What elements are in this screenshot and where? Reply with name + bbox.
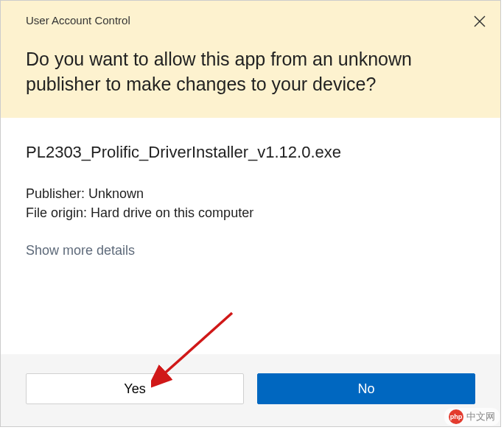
- publisher-label: Publisher:: [26, 186, 85, 201]
- no-button[interactable]: No: [257, 373, 475, 404]
- watermark: php 中文网: [444, 408, 500, 426]
- yes-button[interactable]: Yes: [26, 373, 244, 404]
- origin-value: Hard drive on this computer: [91, 205, 253, 220]
- uac-dialog: User Account Control Do you want to allo…: [0, 0, 501, 427]
- close-icon[interactable]: [472, 14, 487, 29]
- watermark-badge: php: [449, 409, 463, 424]
- watermark-text: 中文网: [466, 410, 495, 423]
- show-more-details-link[interactable]: Show more details: [26, 243, 135, 258]
- dialog-body: PL2303_Prolific_DriverInstaller_v1.12.0.…: [1, 118, 500, 355]
- app-name: PL2303_Prolific_DriverInstaller_v1.12.0.…: [26, 143, 475, 162]
- origin-line: File origin: Hard drive on this computer: [26, 203, 475, 222]
- dialog-footer: Yes No: [1, 354, 500, 426]
- dialog-header: User Account Control Do you want to allo…: [1, 1, 500, 118]
- dialog-title: User Account Control: [26, 14, 475, 27]
- publisher-value: Unknown: [88, 186, 144, 201]
- dialog-question: Do you want to allow this app from an un…: [26, 47, 475, 97]
- publisher-line: Publisher: Unknown: [26, 184, 475, 203]
- origin-label: File origin:: [26, 205, 87, 220]
